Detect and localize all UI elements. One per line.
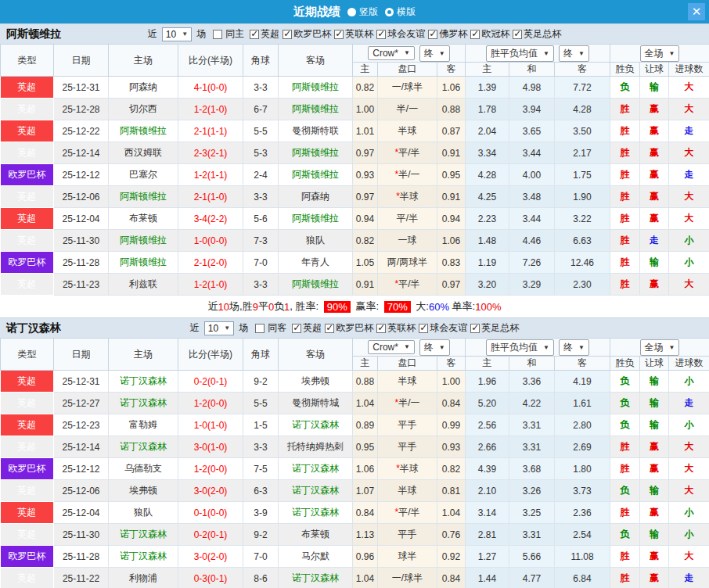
away-team-cell: 诺丁汉森林: [279, 568, 353, 588]
league-filter-checkbox[interactable]: 英超: [250, 27, 279, 41]
scope-select[interactable]: 全场▼: [640, 45, 680, 62]
corners-cell: 9-2: [243, 371, 279, 393]
avg-odds-select[interactable]: 胜平负均值▼: [486, 45, 554, 62]
summary-segment: , 胜率:: [290, 299, 321, 314]
odds-away-cell: 1.06: [437, 230, 466, 252]
avg-draw-cell: 3.29: [509, 274, 555, 296]
checkbox-icon: [470, 324, 480, 333]
league-cell: 英超: [1, 480, 54, 502]
scope-select[interactable]: 全场▼: [640, 339, 680, 356]
handicap-text: 平手: [398, 419, 417, 430]
odds-away-cell: 0.97: [437, 274, 466, 296]
avg-away-cell: 2.36: [555, 502, 610, 524]
league-filter-checkbox[interactable]: 英足总杯: [513, 27, 561, 41]
final-odds-select[interactable]: 终▼: [419, 339, 450, 356]
checkbox-icon: [213, 30, 222, 39]
odds-away-cell: 1.06: [437, 77, 466, 99]
odds-home-cell: 0.94: [353, 208, 378, 230]
date-cell: 25-12-31: [54, 371, 109, 393]
final-odds-select[interactable]: 终▼: [419, 45, 450, 62]
summary-segment: 0: [268, 301, 274, 313]
summary-segment: 9: [253, 301, 258, 313]
col-header-away: 客场: [279, 45, 353, 77]
league-filter-checkbox[interactable]: 球会友谊: [419, 321, 467, 335]
result-cell: 胜: [610, 164, 640, 186]
handicap-cell: *半球: [378, 120, 437, 142]
final-avg-select[interactable]: 终▼: [559, 45, 589, 62]
home-team-cell: 富勒姆: [109, 414, 178, 436]
handicap-text: 一/球半: [392, 81, 423, 92]
odds-away-cell: 0.87: [437, 120, 466, 142]
away-team-cell: 阿斯顿维拉: [279, 77, 353, 99]
avg-home-cell: 1.96: [466, 371, 509, 393]
league-cell: 英超: [1, 414, 54, 436]
avg-draw-cell: 3.26: [509, 480, 555, 502]
score-cell: 1-2(0-0): [178, 458, 243, 480]
chevron-down-icon: ▼: [224, 324, 230, 332]
odds-away-cell: 0.91: [437, 142, 466, 164]
league-filter-checkbox[interactable]: 英联杯: [376, 321, 416, 335]
avg-draw-cell: 4.46: [509, 230, 555, 252]
same-venue-checkbox[interactable]: 同客: [255, 321, 286, 335]
recent-count-select[interactable]: 10▼: [204, 321, 234, 335]
handicap-result-cell: 走: [640, 230, 669, 252]
league-filter-checkbox[interactable]: 欧罗巴杯: [325, 321, 373, 335]
league-filter-checkbox[interactable]: 英足总杯: [470, 321, 519, 335]
same-venue-checkbox[interactable]: 同主: [213, 27, 244, 41]
vertical-mode-label: 竖版: [359, 5, 378, 19]
goals-result-cell: 小: [669, 371, 709, 393]
score-cell: 1-2(1-0): [178, 99, 243, 120]
avg-draw-cell: 4.00: [509, 164, 555, 186]
sub-header-odds-home: 主: [353, 357, 378, 371]
sub-header-odds-away: 客: [437, 357, 466, 371]
handicap-result-cell: 输: [640, 393, 669, 414]
close-button[interactable]: ✕: [688, 3, 705, 20]
vertical-mode-radio[interactable]: [347, 8, 356, 16]
avg-away-cell: 1.75: [555, 164, 610, 186]
odds-away-cell: 0.93: [437, 436, 466, 458]
avg-away-cell: 3.50: [555, 120, 610, 142]
league-filter-checkbox[interactable]: 佛罗杯: [428, 27, 467, 41]
avg-away-cell: 7.72: [555, 77, 610, 99]
league-filter-checkbox[interactable]: 球会友谊: [376, 27, 425, 41]
corners-cell: 8-6: [243, 568, 279, 588]
avg-home-cell: 1.48: [466, 230, 509, 252]
final-avg-select[interactable]: 终▼: [559, 339, 589, 356]
odds-away-cell: 1.04: [437, 502, 466, 524]
goals-result-cell: 大: [669, 436, 709, 458]
handicap-cell: *一球: [378, 230, 437, 252]
league-cell: 英超: [1, 208, 54, 230]
date-cell: 25-11-30: [54, 230, 109, 252]
league-filter-label: 球会友谊: [430, 321, 467, 335]
avg-odds-select[interactable]: 胜平负均值▼: [486, 339, 554, 356]
avg-draw-cell: 3.31: [509, 436, 555, 458]
avg-home-cell: 1.27: [466, 546, 509, 568]
bookmaker-select[interactable]: Crow*▼: [368, 340, 415, 354]
league-filter-label: 英超: [261, 27, 279, 41]
match-row: 英超 25-12-28 切尔西 1-2(1-0) 6-7 阿斯顿维拉 1.00 …: [1, 99, 709, 120]
match-row: 英超 25-12-04 狼队 0-1(0-0) 3-9 诺丁汉森林 0.84 *…: [1, 502, 709, 524]
avg-draw-cell: 4.22: [509, 393, 555, 414]
handicap-cell: *平手: [378, 524, 437, 546]
col-header-corners: 角球: [243, 339, 279, 371]
away-team-cell: 马尔默: [279, 546, 353, 568]
handicap-text: 一球: [398, 235, 417, 246]
odds-home-cell: 1.01: [353, 120, 378, 142]
horizontal-mode-radio[interactable]: [385, 8, 394, 16]
summary-segment: 场,胜: [229, 299, 253, 314]
away-team-cell: 阿斯顿维拉: [279, 208, 353, 230]
chevron-down-icon: ▼: [578, 344, 585, 351]
league-filter-checkbox[interactable]: 英超: [292, 321, 322, 335]
league-filter-checkbox[interactable]: 欧冠杯: [470, 27, 509, 41]
sub-header-avg-away: 客: [555, 63, 610, 77]
league-filter-checkbox[interactable]: 英联杯: [334, 27, 373, 41]
avg-home-cell: 1.78: [466, 99, 509, 120]
odds-away-cell: 0.76: [437, 524, 466, 546]
recent-count-select[interactable]: 10▼: [162, 27, 192, 41]
league-filter-checkbox[interactable]: 欧罗巴杯: [283, 27, 331, 41]
bookmaker-select[interactable]: Crow*▼: [368, 46, 415, 60]
corners-cell: 7-0: [243, 546, 279, 568]
handicap-text: 半/一: [397, 103, 418, 114]
sub-header-goals: 进球数: [669, 63, 709, 77]
corners-cell: 5-5: [243, 120, 279, 142]
